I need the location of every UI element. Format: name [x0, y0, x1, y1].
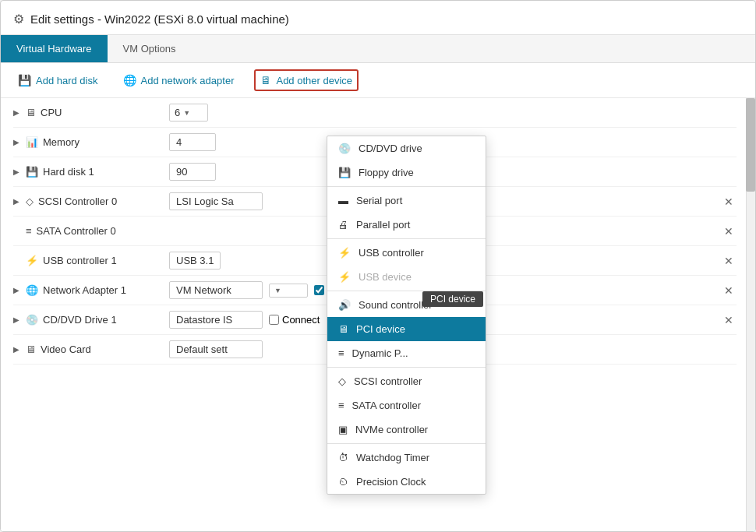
cdvd-connect-checkbox[interactable]: [269, 315, 279, 325]
pci-device-tooltip: PCI device: [422, 291, 483, 307]
dd-cd-label: CD/DVD drive: [359, 143, 422, 154]
network-expand-arrow[interactable]: ▶: [13, 286, 19, 294]
dd-usb-device-label: USB device: [359, 271, 412, 283]
dd-floppy-label: Floppy drive: [359, 167, 414, 178]
cpu-icon: 🖥: [26, 107, 36, 118]
dd-item-pci[interactable]: 🖥 PCI device: [327, 317, 486, 341]
dd-divider-1: [327, 186, 486, 187]
tab-virtual-hardware[interactable]: Virtual Hardware: [1, 35, 108, 62]
memory-label: Memory: [43, 136, 79, 148]
dd-item-usb-ctrl[interactable]: ⚡ USB controller: [327, 241, 486, 265]
dd-item-watchdog[interactable]: ⏱ Watchdog Timer: [327, 446, 486, 470]
cdvd-label: CD/DVD Drive 1: [43, 314, 117, 326]
scsi-expand-arrow[interactable]: ▶: [13, 197, 19, 206]
dd-precision-label: Precision Clock: [356, 476, 426, 488]
cdvd-expand-arrow[interactable]: ▶: [13, 315, 19, 324]
dd-item-precision[interactable]: ⏲ Precision Clock: [327, 470, 486, 494]
hard-disk-icon: 💾: [26, 166, 38, 178]
sata-close-button[interactable]: ✕: [721, 225, 737, 238]
dd-item-parallel[interactable]: 🖨 Parallel port: [327, 213, 486, 237]
window-title: Edit settings - Win2022 (ESXi 8.0 virtua…: [30, 12, 289, 26]
settings-icon: ⚙: [13, 12, 24, 26]
sata-icon: ≡: [26, 225, 32, 237]
network-value[interactable]: VM Network: [169, 281, 263, 299]
tab-bar: Virtual Hardware VM Options: [1, 35, 755, 63]
scrollbar-track: [746, 98, 755, 531]
dd-item-dynamic[interactable]: ≡ Dynamic P...: [327, 341, 486, 365]
dd-scsi-label: SCSI controller: [354, 375, 422, 387]
hard-disk-expand-arrow[interactable]: ▶: [13, 167, 19, 176]
hard-disk-value[interactable]: 90: [169, 163, 216, 181]
dd-item-serial[interactable]: ▬ Serial port: [327, 188, 486, 213]
add-other-device-button[interactable]: 🖥 Add other device: [254, 69, 359, 91]
dd-parallel-icon: 🖨: [338, 219, 348, 231]
content-area: ▶ 🖥 CPU 6 ▼ ▶ 📊 Memory: [1, 98, 755, 531]
video-value[interactable]: Default sett: [169, 340, 263, 358]
cdvd-icon: 💿: [26, 314, 38, 326]
cdvd-value[interactable]: Datastore IS: [169, 311, 263, 329]
dd-cd-icon: 💿: [338, 143, 351, 154]
cdvd-close-button[interactable]: ✕: [721, 314, 737, 326]
network-icon: 🌐: [26, 284, 38, 296]
cpu-row: ▶ 🖥 CPU 6 ▼: [13, 98, 737, 128]
dd-item-nvme[interactable]: ▣ NVMe controller: [327, 417, 486, 442]
dd-item-floppy[interactable]: 💾 Floppy drive: [327, 160, 486, 185]
dd-pci-icon: 🖥: [338, 323, 348, 335]
video-icon: 🖥: [26, 344, 36, 355]
dd-sound-label: Sound controller: [359, 299, 433, 311]
dd-watchdog-label: Watchdog Timer: [356, 452, 429, 463]
dd-usb-device-icon: ⚡: [338, 271, 351, 283]
tab-vm-options[interactable]: VM Options: [108, 35, 192, 62]
cpu-dropdown-arrow: ▼: [183, 109, 190, 117]
dd-serial-label: Serial port: [356, 195, 402, 206]
dd-watchdog-icon: ⏱: [338, 452, 348, 463]
dd-item-sata[interactable]: ≡ SATA controller: [327, 393, 486, 417]
dd-divider-4: [327, 367, 486, 368]
dd-serial-icon: ▬: [338, 195, 348, 206]
cdvd-connect-label: Connect: [282, 314, 320, 326]
hard-disk-label: Hard disk 1: [43, 166, 94, 178]
usb-label: USB controller 1: [43, 255, 117, 266]
network-type-select[interactable]: ▼: [269, 284, 308, 298]
title-bar: ⚙ Edit settings - Win2022 (ESXi 8.0 virt…: [1, 1, 755, 35]
add-hard-disk-button[interactable]: 💾 Add hard disk: [13, 71, 103, 90]
dd-sata-icon: ≡: [338, 400, 344, 411]
network-connect-checkbox[interactable]: [314, 285, 324, 295]
cpu-expand-arrow[interactable]: ▶: [13, 108, 19, 117]
dd-scsi-icon: ◇: [338, 375, 346, 387]
dd-dynamic-label: Dynamic P...: [352, 347, 408, 359]
scrollbar-thumb[interactable]: [746, 98, 755, 192]
dd-dynamic-icon: ≡: [338, 347, 344, 359]
edit-settings-window: ⚙ Edit settings - Win2022 (ESXi 8.0 virt…: [0, 0, 756, 532]
hard-disk-icon: 💾: [18, 74, 31, 86]
dd-nvme-icon: ▣: [338, 424, 348, 435]
usb-value[interactable]: USB 3.1: [169, 252, 221, 270]
dd-precision-icon: ⏲: [338, 476, 348, 488]
usb-close-button[interactable]: ✕: [721, 255, 737, 267]
memory-value[interactable]: 4: [169, 133, 216, 151]
toolbar: 💾 Add hard disk 🌐 Add network adapter 🖥 …: [1, 63, 755, 98]
add-network-adapter-button[interactable]: 🌐 Add network adapter: [118, 71, 239, 90]
dd-item-scsi[interactable]: ◇ SCSI controller: [327, 369, 486, 393]
dd-pci-label: PCI device: [356, 323, 405, 335]
dd-divider-5: [327, 443, 486, 444]
add-other-device-dropdown: 💿 CD/DVD drive 💾 Floppy drive ▬ Serial p…: [327, 136, 486, 495]
dd-usb-ctrl-label: USB controller: [359, 247, 424, 259]
scsi-close-button[interactable]: ✕: [721, 196, 737, 208]
network-close-button[interactable]: ✕: [721, 284, 737, 297]
video-expand-arrow[interactable]: ▶: [13, 345, 19, 354]
dd-parallel-label: Parallel port: [356, 219, 410, 231]
cpu-value: 6: [175, 107, 180, 118]
network-dropdown-arrow: ▼: [274, 287, 281, 294]
dd-item-cd-dvd[interactable]: 💿 CD/DVD drive: [327, 136, 486, 160]
scsi-value[interactable]: LSI Logic Sa: [169, 192, 263, 210]
network-label: Network Adapter 1: [43, 284, 126, 296]
cpu-value-select[interactable]: 6 ▼: [169, 104, 208, 122]
other-device-icon: 🖥: [260, 74, 271, 86]
dd-divider-2: [327, 238, 486, 239]
cpu-label: CPU: [41, 107, 62, 118]
dd-sata-label: SATA controller: [352, 400, 421, 411]
video-label: Video Card: [41, 344, 91, 355]
memory-expand-arrow[interactable]: ▶: [13, 138, 19, 146]
sata-label: SATA Controller 0: [37, 225, 116, 237]
